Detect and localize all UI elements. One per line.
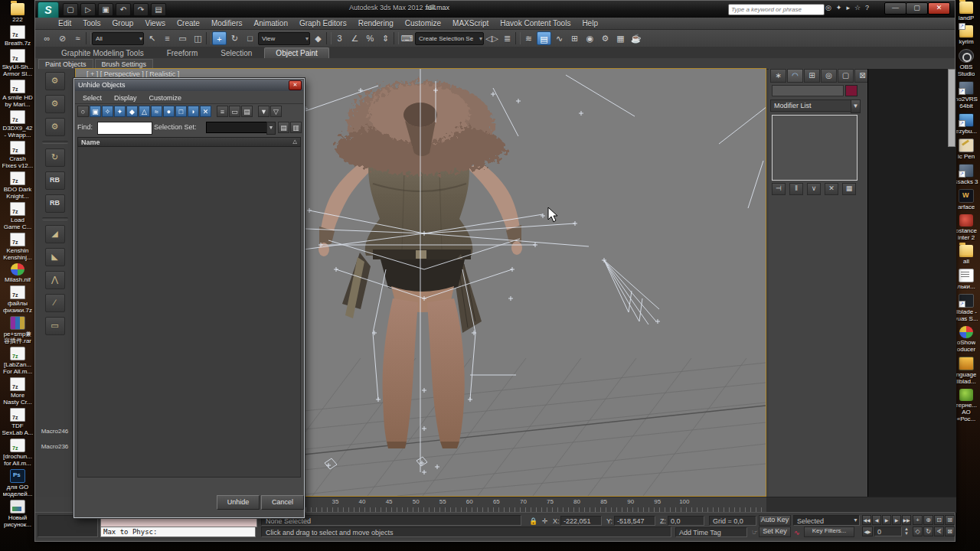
desktop-icon-breath7z[interactable]: Breath.7z	[0, 25, 35, 47]
desktop-icon-tdf[interactable]: TDF SexLab A...	[0, 408, 35, 436]
maximize-button[interactable]: ▢	[906, 2, 928, 15]
selection-set-arrow-icon[interactable]: ▼	[266, 122, 276, 135]
remove-modifier-icon[interactable]: ✕	[825, 183, 838, 195]
object-color-swatch[interactable]	[845, 85, 858, 96]
spinner-snap-icon[interactable]: ⇕	[378, 31, 393, 45]
search-icon[interactable]: ◎	[825, 4, 831, 11]
display-helpers-icon[interactable]: △	[139, 106, 150, 117]
menu-item[interactable]: Create	[177, 19, 200, 28]
go-to-start-button[interactable]: ◀◀	[862, 515, 871, 525]
bind-to-space-warp-icon[interactable]: ≈	[70, 31, 85, 45]
rectangular-selection-region-icon[interactable]: ▭	[175, 31, 190, 45]
z-coordinate-field[interactable]: 0,0	[668, 516, 704, 526]
zoom-icon[interactable]: +	[913, 515, 923, 525]
display-frozen-icon[interactable]: ✕	[200, 106, 211, 117]
tab-hierarchy[interactable]: ⊞	[804, 69, 820, 83]
separator[interactable]	[42, 141, 68, 144]
ribbon-tab-graphite[interactable]: Graphite Modeling Tools	[51, 48, 155, 58]
key-step-button[interactable]: ◀▶	[862, 527, 873, 536]
desktop-icon-ssacks[interactable]: ssacks 3	[952, 164, 980, 185]
x-coordinate-field[interactable]: -222,051	[560, 516, 602, 526]
configure-modifier-sets-icon[interactable]: ▦	[842, 183, 856, 195]
pick-icon[interactable]: ▸	[846, 4, 850, 11]
add-time-tag[interactable]: Add Time Tag	[675, 527, 747, 537]
curve-editor-icon[interactable]: ∿	[552, 31, 567, 45]
separator[interactable]	[86, 32, 91, 44]
havok-export-all-icon[interactable]: ⚙	[45, 118, 65, 136]
desktop-icon-milash[interactable]: Milash.nif	[0, 263, 35, 283]
light-cone-icon[interactable]: ◢	[45, 225, 65, 243]
dialog-close-icon[interactable]: ✕	[289, 80, 302, 90]
key-mode-dropdown[interactable]: Selected	[793, 515, 860, 526]
desktop-icon-pesmp[interactable]: pe+smp兼 容插件.rar	[0, 316, 35, 344]
desktop-icon-terne[interactable]: терне... АО «Рос...	[952, 389, 980, 422]
make-unique-icon[interactable]: ∨	[807, 183, 821, 195]
menu-item[interactable]: Edit	[58, 19, 71, 28]
desktop-icon-no2vrs[interactable]: no2VRS 64bit	[952, 81, 980, 109]
ribbon-tab-object-paint[interactable]: Object Paint	[264, 47, 328, 58]
current-frame-field[interactable]	[874, 527, 902, 536]
menu-item[interactable]: Views	[145, 19, 165, 28]
display-shapes-icon[interactable]: ✧	[102, 106, 113, 117]
custom-filter-icon[interactable]: ▽	[270, 106, 282, 117]
desktop-icon-lki[interactable]: льки...	[952, 269, 980, 290]
find-input[interactable]	[97, 122, 152, 135]
dialog-title-bar[interactable]: Unhide Objects	[75, 80, 303, 91]
desktop-icon-ezybu[interactable]: ezybu...	[952, 113, 980, 135]
angle-snap-icon[interactable]: ∠	[348, 31, 362, 45]
display-xrefs-icon[interactable]: □	[175, 106, 187, 117]
select-and-scale-icon[interactable]: □	[243, 31, 257, 45]
macro246-button[interactable]: Macro246	[38, 426, 73, 437]
ribbon-subtab-paint-objects[interactable]: Paint Objects	[38, 59, 93, 69]
menu-item[interactable]: Rendering	[358, 19, 394, 28]
show-end-result-icon[interactable]: ‖	[789, 183, 803, 195]
tab-motion[interactable]: ◎	[821, 69, 837, 83]
play-button[interactable]: ▶	[882, 515, 891, 525]
menu-item[interactable]: Havok Content Tools	[500, 19, 570, 28]
separator[interactable]	[42, 217, 68, 220]
graphite-ribbon-toggle-icon[interactable]: ▤	[537, 31, 551, 45]
new-file-icon[interactable]: ▢	[63, 3, 78, 16]
key-filters-button[interactable]: Key Filters...	[804, 527, 854, 537]
close-button[interactable]: ✕	[928, 2, 950, 15]
help-icon[interactable]: ?	[865, 4, 869, 11]
reference-coordinate-system-dropdown[interactable]: View	[258, 32, 310, 45]
zoom-region-icon[interactable]: ⊞	[945, 515, 955, 525]
desktop-icon-obs[interactable]: OBS Studio	[952, 49, 980, 77]
select-by-name-icon[interactable]: ≡	[160, 31, 175, 45]
align-icon[interactable]: ≣	[500, 31, 514, 45]
maximize-viewport-icon[interactable]: ⊠	[945, 527, 955, 536]
menu-item[interactable]: Animation	[253, 19, 287, 28]
maxscript-listener-field[interactable]: Max to Physc:	[100, 527, 256, 537]
menu-item[interactable]: MAXScript	[452, 19, 488, 28]
selection-set-dropdown[interactable]	[206, 122, 267, 133]
menu-item[interactable]: Customize	[405, 19, 441, 28]
undo-icon[interactable]: ↶	[116, 3, 131, 16]
separator[interactable]	[326, 32, 332, 44]
command-panel-scrollbar[interactable]	[948, 69, 956, 147]
cancel-button[interactable]: Cancel	[261, 495, 304, 510]
desktop-icon-labzan[interactable]: [LabZan... For All.m...	[0, 347, 35, 375]
display-bones-icon[interactable]: ◗	[188, 106, 199, 117]
select-object-icon[interactable]: ↖	[145, 31, 159, 45]
menu-item[interactable]: Group	[113, 19, 134, 28]
separator[interactable]	[394, 32, 399, 44]
directional-light-icon[interactable]: ◣	[45, 248, 65, 266]
modifier-list-dropdown[interactable]: Modifier List	[770, 99, 854, 112]
use-pivot-point-icon[interactable]: ◆	[311, 31, 325, 45]
separator[interactable]	[515, 32, 521, 44]
object-name-field[interactable]	[772, 85, 844, 96]
desktop-icon-dlyago[interactable]: для GO моделей...	[0, 469, 35, 497]
desktop-icon-skyui[interactable]: SkyUI-Sh... Armor Sl...	[0, 49, 35, 77]
favorites-star-icon[interactable]: ☆	[854, 4, 861, 11]
bone-tool-icon[interactable]: ∕	[45, 294, 65, 312]
selection-lock-icon[interactable]: 🔒	[529, 517, 537, 525]
havok-refresh-icon[interactable]: ↻	[45, 148, 65, 167]
menu-item[interactable]: Help	[582, 19, 598, 28]
project-folder-icon[interactable]: ▤	[151, 3, 166, 16]
menu-item[interactable]: Graph Editors	[299, 19, 347, 28]
rigid-body-button[interactable]: RB	[45, 171, 65, 190]
pin-stack-icon[interactable]: ⊣	[772, 183, 786, 195]
desktop-icon-d3dx9[interactable]: D3DX9_42 - Wrapp...	[0, 110, 35, 139]
tab-modify[interactable]: ◠	[787, 69, 803, 83]
